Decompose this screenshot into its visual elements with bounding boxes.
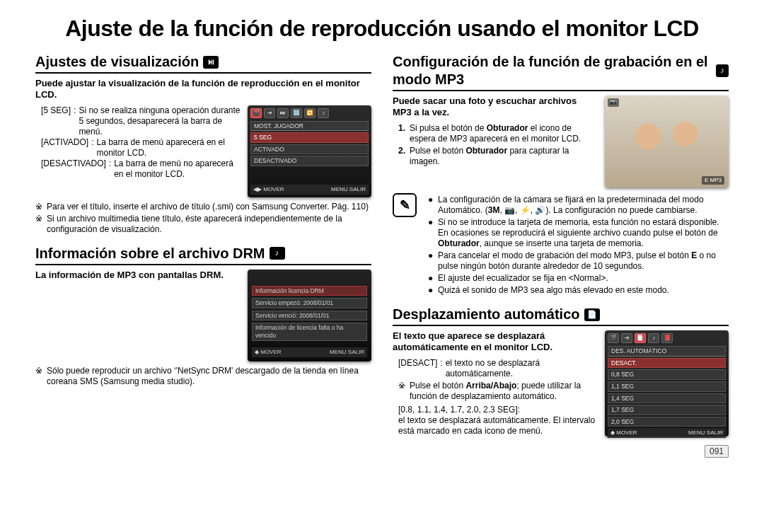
bullet-dot-icon: ● (428, 217, 432, 249)
def-body: La barra de menú aparecerá en el monitor… (96, 137, 241, 158)
autoscroll-text: El texto que aparece se desplazará autom… (393, 330, 598, 436)
heading-autoscroll: Desplazamiento automático 📄 (393, 306, 729, 326)
bullet-text: La configuración de la cámara se fijará … (438, 195, 729, 216)
heading-text: Desplazamiento automático (393, 306, 580, 323)
note: ※Para ver el título, inserte el archivo … (35, 202, 371, 212)
step-2: 2. Pulse el botón Obturador para captura… (398, 146, 598, 167)
def-desact: [DESACT] : el texto no se desplazará aut… (398, 358, 598, 379)
note-text: Si un archivo multimedia tiene título, é… (47, 214, 371, 235)
lcd-option: 1,7 SEG (608, 405, 726, 415)
text-icon: 📄 (584, 308, 600, 321)
lcd-footer-left: ◆ MOVER (610, 429, 637, 436)
heading-mp3: Configuración de la función de grabación… (393, 53, 729, 91)
def-sep: : (440, 358, 442, 379)
def-desactivado: [DESACTIVADO] : La barra de menú no apar… (41, 158, 241, 180)
lcd-screen-photo: 📷 E MP3 (605, 96, 729, 187)
asterisk-icon: ※ (35, 202, 42, 212)
tab-icon: 🎬 (608, 333, 619, 343)
def-seconds: [0.8, 1.1, 1.4, 1.7, 2.0, 2.3 SEG]: el t… (398, 405, 598, 436)
bullet-text: El ajuste del ecualizador se fija en <No… (438, 273, 608, 284)
note-arrow: ※ Pulse el botón Arriba/Abajo; puede uti… (398, 381, 598, 402)
heading-drm: Información sobre el archivo DRM ♪ (35, 245, 371, 265)
drm-intro: La información de MP3 con pantallas DRM. (35, 270, 241, 285)
def-sep: : (518, 405, 520, 415)
note-box: ✎ ●La configuración de la cámara se fija… (393, 193, 729, 296)
lcd-option: DESACTIVADO (250, 156, 369, 166)
lcd-header: MOST. JUGADOR (250, 121, 369, 132)
note-text: Pulse el botón Arriba/Abajo; puede utili… (410, 381, 598, 402)
def-term: [DESACT] (398, 358, 437, 379)
lcd-screen-drm: Información licencia DRM Servicio empezó… (248, 270, 371, 362)
def-term: [0.8, 1.1, 1.4, 1.7, 2.0, 2.3 SEG] (398, 405, 518, 415)
def-body: Si no se realiza ninguna operación duran… (79, 105, 241, 137)
heading-text: Ajustes de visualización (35, 53, 199, 71)
bullet: ●Quizá el sonido de MP3 sea algo más ele… (428, 285, 729, 296)
lcd-option: 1,4 SEG (608, 393, 726, 404)
section-autoscroll: Desplazamiento automático 📄 El texto que… (393, 306, 729, 436)
mp3-intro-row: Puede sacar una foto y escuchar archivos… (393, 96, 729, 187)
section-mp3-record: Configuración de la función de grabación… (393, 53, 729, 296)
pencil-note-icon: ✎ (393, 193, 417, 217)
lcd-option: ACTIVADO (250, 144, 369, 155)
asterisk-icon: ※ (35, 214, 42, 235)
intro-mp3: Puede sacar una foto y escuchar archivos… (393, 96, 598, 119)
lcd-tab-icons: 🎬 ➔ ⏭ 🔢 🔁 ♪ (250, 108, 369, 118)
bullet-text: Quizá el sonido de MP3 sea algo más elev… (438, 285, 669, 296)
lcd-screen-autoscroll: 🎬 ➔ 📑 ♪ 📕 DES. AUTOMÁTICO DESACT. 0,8 SE… (605, 330, 729, 436)
step-number: 1. (398, 123, 405, 144)
def-body: La barra de menú no aparecerá en el moni… (114, 158, 241, 180)
def-body: el texto no se desplazará automáticament… (446, 358, 598, 379)
def-5seg: [5 SEG] : Si no se realiza ninguna opera… (41, 105, 241, 137)
def-activado: [ACTIVADO] : La barra de menú aparecerá … (41, 137, 241, 158)
lcd-footer: ◆ MOVER MENU SALIR (252, 347, 367, 357)
lcd-option: DESACT. (608, 358, 726, 369)
notes-drm: ※Sólo puede reproducir un archivo ‘'NetS… (35, 366, 371, 387)
right-column: Configuración de la función de grabación… (393, 53, 729, 457)
music-icon: ♪ (716, 64, 729, 77)
intro-autoscroll: El texto que aparece se desplazará autom… (393, 330, 598, 354)
asterisk-icon: ※ (35, 366, 42, 387)
intro-ajustes: Puede ajustar la visualización de la fun… (35, 78, 371, 101)
camera-icon: 📷 (608, 98, 619, 107)
section-ajustes-visualizacion: Ajustes de visualización ⏯ Puede ajustar… (35, 53, 371, 235)
bullet-text: Si no se introduce la tarjeta de memoria… (438, 217, 729, 249)
bullet-dot-icon: ● (428, 250, 432, 272)
lcd-footer-right: MENU SALIR (330, 349, 364, 356)
bullet: ●El ajuste del ecualizador se fija en <N… (428, 273, 729, 284)
lcd-footer: ◀▶ MOVER MENU SALIR (250, 185, 369, 195)
drm-body: La información de MP3 con pantallas DRM.… (35, 270, 371, 362)
music-icon: ♪ (270, 247, 285, 260)
lcd-footer-right: MENU SALIR (688, 429, 723, 436)
note-text: Para ver el título, inserte el archivo d… (47, 202, 369, 212)
def-body: el texto se desplazará automáticamente. … (398, 415, 595, 436)
note-bullets: ●La configuración de la cámara se fijará… (428, 193, 729, 296)
lcd-header: DES. AUTOMÁTICO (608, 346, 726, 357)
lcd-option: 1,1 SEG (608, 381, 726, 392)
lcd-footer-left: ◆ MOVER (255, 349, 282, 356)
left-column: Ajustes de visualización ⏯ Puede ajustar… (35, 53, 371, 457)
bullet-text: Para cancelar el modo de grabación del m… (438, 250, 729, 272)
tab-icon: 🎬 (250, 108, 262, 118)
tab-icon: ⏭ (277, 108, 289, 118)
heading-ajustes: Ajustes de visualización ⏯ (35, 53, 371, 74)
defs-and-screen: [5 SEG] : Si no se realiza ninguna opera… (35, 105, 371, 197)
def-sep: : (74, 105, 76, 137)
heading-text: Información sobre el archivo DRM (35, 245, 265, 262)
tab-icon: ➔ (621, 333, 632, 343)
def-term: [5 SEG] (41, 105, 71, 137)
intro-drm: La información de MP3 con pantallas DRM. (35, 270, 241, 281)
def-sep: : (91, 137, 93, 158)
step-body: Si pulsa el botón de Obturador el icono … (410, 123, 598, 144)
tab-icon: ♪ (318, 108, 329, 118)
bullet: ●Para cancelar el modo de grabación del … (428, 250, 729, 272)
bullet-dot-icon: ● (428, 273, 432, 284)
tab-icon: ♪ (648, 333, 659, 343)
lcd-row: Información de licencia falta o ha venci… (252, 323, 367, 340)
bullet: ●Si no se introduce la tarjeta de memori… (428, 217, 729, 249)
lcd-footer: ◆ MOVER MENU SALIR (608, 428, 726, 438)
lcd-row: Servicio empezó: 2008/01/01 (252, 298, 367, 308)
lcd-footer-left: ◀▶ MOVER (253, 186, 284, 193)
lcd-screen-ajustes: 🎬 ➔ ⏭ 🔢 🔁 ♪ MOST. JUGADOR 5 SEG ACTIVADO… (248, 105, 371, 197)
lcd-option: 0,8 SEG (608, 369, 726, 380)
def-term: [ACTIVADO] (41, 137, 88, 158)
